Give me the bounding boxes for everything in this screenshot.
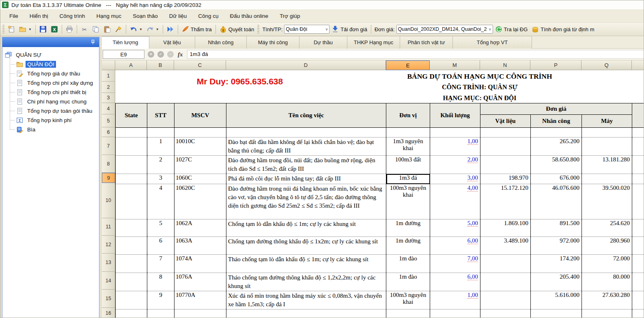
sidebar-item-chi-phi-hang-muc-chung[interactable]: Chi phí hạng mục chung xyxy=(16,97,97,106)
sidebar-item-tong-hop-gia-du-thau[interactable]: Tổng hợp giá dự thầu xyxy=(16,69,97,78)
tinh-tp-select[interactable]: Quân Đội ∨ xyxy=(284,25,330,34)
cell-stt[interactable]: 7 xyxy=(147,255,174,273)
cell-may[interactable]: 72.000 xyxy=(582,255,632,273)
column-header-m[interactable]: M xyxy=(430,60,480,70)
menu-item-dau-thau-online[interactable]: Đấu thầu online xyxy=(224,9,274,23)
cell-may[interactable]: 27.630.280 xyxy=(582,291,632,309)
cell[interactable] xyxy=(226,128,386,138)
cell-vat-lieu[interactable] xyxy=(480,291,531,309)
cell-khoi-luong[interactable]: 7,00 xyxy=(430,255,480,273)
cell[interactable] xyxy=(531,128,582,138)
cell-reference-box[interactable]: E9 xyxy=(103,50,144,59)
cell-ten-cong-viec[interactable]: Tháo chống tạm lò dẫn khẩu độ ≤ 1m; cự l… xyxy=(226,255,386,273)
row-header-7[interactable]: 7 xyxy=(102,137,115,155)
cell[interactable] xyxy=(632,174,644,184)
cell-state[interactable] xyxy=(116,219,147,237)
cell[interactable] xyxy=(116,309,147,318)
cell[interactable] xyxy=(480,309,531,318)
cell-nhan-cong[interactable]: 46.076.600 xyxy=(531,184,582,219)
open-dropdown-caret[interactable]: ▼ xyxy=(28,28,32,31)
cell[interactable] xyxy=(116,128,147,138)
cell-khoi-luong[interactable]: 2,00 xyxy=(430,156,480,174)
cell-khoi-luong[interactable]: 6,00 xyxy=(430,273,480,291)
header-mscv[interactable]: MSCV xyxy=(174,103,226,128)
tab-nhan-cong[interactable]: Nhân công xyxy=(195,36,247,49)
cell-may[interactable]: 254.620 xyxy=(582,219,632,237)
cell-ten-cong-viec[interactable]: Xúc đá nổ mìn trong hầm bằng máy xúc ≤ 0… xyxy=(226,291,386,309)
header-nhan-cong[interactable]: Nhân công xyxy=(531,115,582,128)
select-all-corner[interactable] xyxy=(102,60,115,70)
cell[interactable] xyxy=(632,273,644,291)
cell[interactable] xyxy=(147,309,174,318)
cell-don-vi[interactable]: 1m đào xyxy=(386,255,430,273)
cell-mscv[interactable]: 1062A xyxy=(174,219,226,237)
cell-don-vi[interactable]: 1m đào xyxy=(386,273,430,291)
sidebar-item-tong-hop-kinh-phi[interactable]: Σ Tổng hợp kinh phí xyxy=(16,116,97,125)
cell-ten-cong-viec[interactable]: Đào bạt đất đầu hầm không để lại khối ch… xyxy=(226,138,386,156)
row-header-10[interactable]: 10 xyxy=(102,183,115,218)
row-header-9[interactable]: 9 xyxy=(102,173,115,183)
cell-state[interactable] xyxy=(116,237,147,255)
cell-khoi-luong[interactable]: 3,00 xyxy=(430,174,480,184)
cell-state[interactable] xyxy=(116,273,147,291)
selected-cell-e9[interactable]: 1m3 đá xyxy=(386,174,430,184)
tab-tong-hop-vt[interactable]: Tổng hợp VT xyxy=(453,36,532,49)
cell-ten-cong-viec[interactable]: Tháo chống tạm đường thông khẩu độ ≤ 1,2… xyxy=(226,273,386,291)
row-header-6[interactable]: 6 xyxy=(102,127,115,137)
header-don-vi[interactable]: Đơn vị xyxy=(386,103,430,128)
row-header-12[interactable]: 12 xyxy=(102,236,115,254)
cell-state[interactable] xyxy=(116,291,147,309)
tab-phan-tich-vat-tu[interactable]: Phân tích vật tư xyxy=(400,36,453,49)
cell[interactable] xyxy=(632,156,644,174)
cell[interactable] xyxy=(174,128,226,138)
row-header-5[interactable]: 5 xyxy=(102,114,115,127)
cell-nhan-cong[interactable]: 174.200 xyxy=(531,255,582,273)
header-don-gia[interactable]: Đơn giá xyxy=(480,103,632,115)
cell-may[interactable] xyxy=(582,174,632,184)
cell-stt[interactable]: 8 xyxy=(147,273,174,291)
cell-don-vi[interactable]: 100m3 nguyên khai xyxy=(386,184,430,219)
cell-mscv[interactable]: 1027C xyxy=(174,156,226,174)
chevron-down-icon[interactable]: ∨ xyxy=(325,27,328,31)
cell-khoi-luong[interactable]: 4,00 xyxy=(430,184,480,219)
cell[interactable] xyxy=(147,128,174,138)
cell-stt[interactable]: 2 xyxy=(147,156,174,174)
cell-khoi-luong[interactable]: 6,00 xyxy=(430,237,480,255)
row-header-1[interactable]: 1 xyxy=(102,70,115,82)
column-header-a[interactable]: A xyxy=(115,60,147,70)
header-extra[interactable] xyxy=(632,103,644,128)
cell-ten-cong-viec[interactable]: Chống tạm đường thông khẩu độ ≤ 1x2m; cự… xyxy=(226,237,386,255)
undo-dropdown-caret[interactable]: ▼ xyxy=(139,28,142,31)
cell-ten-cong-viec[interactable]: Đào đường hầm trong đồi, núi đất; đào bu… xyxy=(226,156,386,174)
column-header-extra[interactable] xyxy=(632,60,644,70)
cell-may[interactable]: 39.500.020 xyxy=(582,184,632,219)
cell-stt[interactable]: 4 xyxy=(147,184,174,219)
clean-button[interactable] xyxy=(113,24,124,34)
row-header-11[interactable]: 11 xyxy=(102,218,115,236)
cell-nhan-cong[interactable]: 205.400 xyxy=(531,273,582,291)
cell[interactable] xyxy=(226,309,386,318)
undo-button[interactable]: ▼ xyxy=(128,24,144,34)
cell[interactable] xyxy=(632,128,644,138)
cell-may[interactable]: 13.181.280 xyxy=(582,156,632,174)
menu-item-cong-trinh[interactable]: Công trình xyxy=(54,9,91,23)
cell-stt[interactable]: 3 xyxy=(147,174,174,184)
cell-don-vi[interactable]: 1m3 nguyên khai xyxy=(386,138,430,156)
cell-ten-cong-viec[interactable]: Chống tạm lò dẫn khẩu độ ≤ 1m; cự ly các… xyxy=(226,219,386,237)
column-header-n[interactable]: N xyxy=(480,60,530,70)
column-header-c[interactable]: C xyxy=(174,60,226,70)
tab-may-thi-cong[interactable]: Máy thi công xyxy=(247,36,299,49)
row-header-3[interactable]: 3 xyxy=(102,93,115,103)
menu-item-hang-muc[interactable]: Hạng mục xyxy=(91,9,127,23)
row-header-8[interactable]: 8 xyxy=(102,155,115,173)
cell-ten-cong-viec[interactable]: Phá đá mồ côi đục lỗ mìn bằng tay; đất c… xyxy=(226,174,386,184)
cell-nhan-cong[interactable]: 891.500 xyxy=(531,219,582,237)
paste-button[interactable] xyxy=(101,24,113,34)
options-icon[interactable]: ▫ xyxy=(167,51,174,58)
cell-state[interactable] xyxy=(116,138,147,156)
menu-item-du-lieu[interactable]: Dữ liệu xyxy=(164,9,193,23)
cell-stt[interactable]: 6 xyxy=(147,237,174,255)
cell-nhan-cong[interactable]: 265.200 xyxy=(531,138,582,156)
tab-du-thau[interactable]: Dự thầu xyxy=(299,36,347,49)
don-gia-select[interactable]: QuanDoi_2002XD_DM124, QuanDoi_202 ∨ xyxy=(396,25,493,34)
